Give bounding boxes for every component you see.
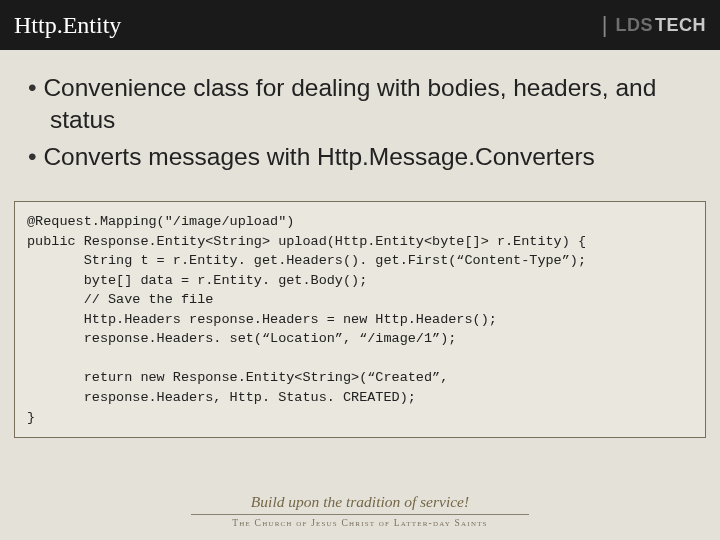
header-bar: Http.Entity | LDS TECH <box>0 0 720 50</box>
bullet-list: Convenience class for dealing with bodie… <box>28 72 698 173</box>
brand-logo: | LDS TECH <box>602 12 706 38</box>
bullet-item: Convenience class for dealing with bodie… <box>28 72 698 137</box>
footer: Build upon the tradition of service! The… <box>0 493 720 540</box>
bullet-item: Converts messages with Http.Message.Conv… <box>28 141 698 173</box>
footer-tagline: Build upon the tradition of service! <box>191 493 529 515</box>
page-title: Http.Entity <box>14 12 121 39</box>
content-area: Convenience class for dealing with bodie… <box>0 50 720 187</box>
footer-org: The Church of Jesus Christ of Latter-day… <box>0 518 720 528</box>
logo-text-tech: TECH <box>655 15 706 36</box>
logo-divider: | <box>602 12 608 38</box>
code-block: @Request.Mapping("/image/upload") public… <box>14 201 706 438</box>
logo-text-lds: LDS <box>616 15 654 36</box>
